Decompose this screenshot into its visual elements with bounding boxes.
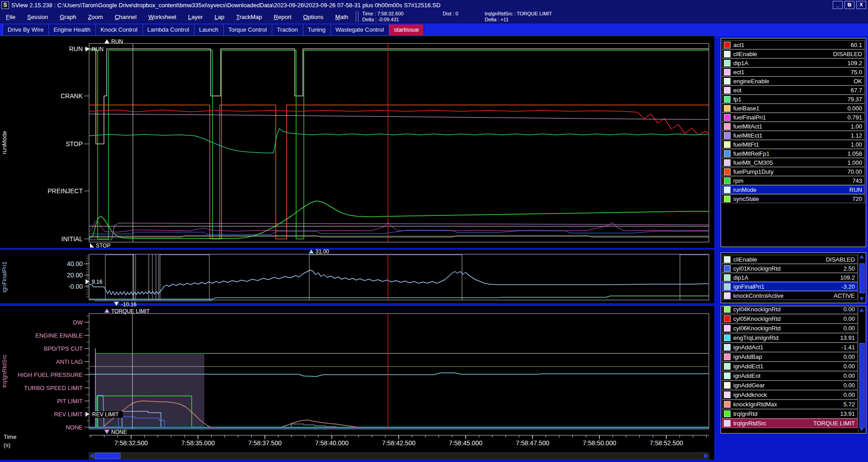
trace-syncState xyxy=(89,50,709,239)
time-tick-label: 7:58:32.500 xyxy=(114,439,148,447)
time-tick-label: 7:58:42.500 xyxy=(382,439,415,447)
trace-lavender-step xyxy=(291,424,336,427)
time-tick-label: 7:58:47.500 xyxy=(516,439,549,447)
y-axis-name: ignFinalPri1 xyxy=(1,262,8,293)
y-axis-label: ANTI LAG xyxy=(56,358,83,365)
time-tick-label: 7:58:52.500 xyxy=(650,439,683,447)
time-tick-label: 7:58:35.000 xyxy=(181,439,215,447)
time-scrollbar-track[interactable] xyxy=(89,452,709,459)
y-axis-label: TURBO SPEED LIMIT xyxy=(24,385,83,391)
marker-label: STOP xyxy=(96,243,110,249)
marker-label: -10.16 xyxy=(121,301,137,308)
y-axis-label: PIT LIMIT xyxy=(57,398,83,405)
trace-fp1 xyxy=(89,129,709,153)
y-axis-label: 40.00 xyxy=(67,260,83,267)
y-axis-name: runMode xyxy=(1,131,8,154)
y-axis-label: DW xyxy=(73,319,83,326)
y-axis-label: 20.00 xyxy=(67,271,83,279)
trace-fuelPump1Duty xyxy=(89,105,709,239)
y-axis-label: CRANK xyxy=(61,92,83,100)
y-axis-label: -0.00 xyxy=(68,283,83,290)
plot-border xyxy=(89,254,709,300)
time-scrollbar-thumb[interactable] xyxy=(95,453,120,459)
time-tick-label: 7:58:45.000 xyxy=(449,439,482,447)
y-axis-label: STOP xyxy=(66,140,83,148)
up-marker-icon xyxy=(104,39,109,43)
marker-label: 31.00 xyxy=(316,248,329,255)
y-axis-label: BPD/TPS CUT xyxy=(44,345,83,352)
y-axis-label: HIGH FUEL PRESSURE xyxy=(18,372,83,378)
y-axis-label: ENGINE ENABLE xyxy=(35,332,83,339)
trace-act1 xyxy=(89,110,709,135)
time-tick-label: 7:58:40.000 xyxy=(315,439,349,447)
app-window: S SView 2.15.238 : C:\Users\Taron\Google… xyxy=(0,0,868,462)
y-axis-label: RUN xyxy=(69,45,83,52)
marker-label: RUN xyxy=(92,46,104,52)
trace-ignFinalPri1 xyxy=(89,270,709,295)
marker-label: REV LIMIT xyxy=(92,411,119,418)
flag-marker-icon xyxy=(90,243,94,248)
up-marker-icon xyxy=(309,249,314,253)
time-tick-label: 7:58:50.000 xyxy=(583,439,616,447)
down-marker-icon xyxy=(114,302,119,306)
charts-svg: RUNCRANKSTOPPREINJECTINITIALrunModeRUNRU… xyxy=(0,0,868,462)
marker-label: RUN xyxy=(111,38,123,45)
down-marker-icon xyxy=(104,430,109,434)
marker-label: TORQUE LIMIT xyxy=(111,308,150,314)
y-axis-label: PREINJECT xyxy=(47,187,83,195)
y-axis-label: REV LIMIT xyxy=(54,411,83,418)
marker-label: 9.16 xyxy=(92,279,103,285)
trace-runMode xyxy=(89,49,709,144)
trace-dip1A xyxy=(89,296,709,299)
time-tick-label: 7:58:37.500 xyxy=(248,439,282,447)
y-axis-label: INITIAL xyxy=(61,235,83,243)
trace-ect1 xyxy=(89,114,709,119)
up-marker-icon xyxy=(104,309,109,313)
marker-label: NONE xyxy=(111,429,127,435)
y-axis-label: NONE xyxy=(66,424,83,431)
y-axis-name: trqIgnRtdSrc xyxy=(1,354,8,387)
